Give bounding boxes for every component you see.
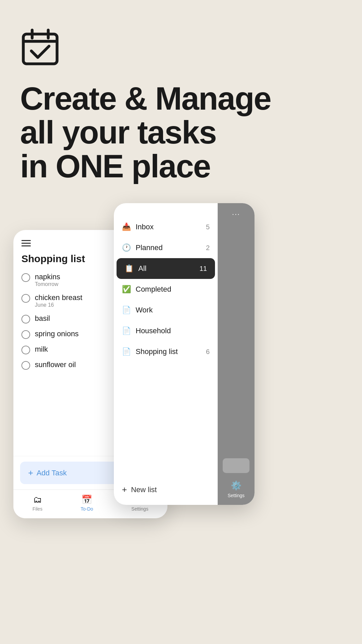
todo-icon: 📅 (81, 494, 92, 505)
sidebar-item-label: Inbox (136, 223, 154, 231)
task-name: milk (35, 345, 48, 354)
shopping-icon: 📄 (122, 347, 131, 356)
add-task-label: Add Task (37, 469, 67, 477)
planned-count: 2 (206, 244, 210, 252)
settings-label: Settings (228, 493, 245, 498)
plus-icon: + (28, 468, 33, 478)
work-icon: 📄 (122, 306, 131, 314)
sidebar-item-work[interactable]: 📄 Work (114, 300, 218, 320)
task-name: basil (35, 314, 50, 323)
task-name: sunflower oil (35, 360, 76, 369)
sidebar-settings: ⚙️ Settings (223, 458, 249, 498)
task-checkbox[interactable] (21, 273, 30, 282)
task-checkbox[interactable] (21, 315, 30, 324)
sidebar-item-label: All (138, 264, 146, 273)
nav-files[interactable]: 🗂 Files (32, 494, 43, 512)
completed-icon: ✅ (122, 285, 131, 294)
household-icon: 📄 (122, 327, 131, 335)
all-icon: 📋 (125, 264, 134, 273)
sidebar-item-inbox[interactable]: 📥 Inbox 5 (114, 217, 218, 237)
nav-todo-label: To-Do (81, 506, 93, 512)
task-checkbox[interactable] (21, 361, 30, 370)
sidebar-item-label: Planned (136, 243, 163, 252)
sidebar-panel: 📥 Inbox 5 🕐 Planned 2 📋 All 11 (114, 203, 218, 505)
inbox-icon: 📥 (122, 223, 131, 231)
shopping-count: 6 (206, 348, 210, 356)
sidebar-item-label: Completed (136, 285, 171, 294)
inbox-count: 5 (206, 223, 210, 231)
planned-icon: 🕐 (122, 243, 131, 252)
sidebar-item-shopping[interactable]: 📄 Shopping list 6 (114, 341, 218, 362)
sidebar-item-label: Work (136, 306, 153, 314)
hero-section: Create & Manage all your tasks in ONE pl… (0, 0, 362, 183)
calendar-check-icon (20, 27, 60, 67)
svg-rect-0 (23, 34, 57, 64)
settings-rect (223, 458, 249, 473)
right-phone: 📥 Inbox 5 🕐 Planned 2 📋 All 11 (114, 203, 255, 505)
task-checkbox[interactable] (21, 346, 30, 354)
sidebar-item-label: Household (136, 327, 171, 335)
task-checkbox[interactable] (21, 330, 30, 339)
all-count: 11 (200, 265, 207, 273)
task-checkbox[interactable] (21, 294, 30, 303)
new-list-label: New list (131, 485, 157, 494)
sidebar-item-label: Shopping list (136, 347, 178, 356)
nav-settings-label: Settings (131, 506, 148, 512)
task-name: napkins (35, 273, 60, 281)
sidebar-item-completed[interactable]: ✅ Completed (114, 279, 218, 300)
sidebar-item-planned[interactable]: 🕐 Planned 2 (114, 237, 218, 258)
phones-area: Shopping list napkins Tomorrow chicken b… (0, 203, 362, 572)
task-date: June 16 (35, 302, 82, 308)
settings-gear-icon[interactable]: ⚙️ (231, 480, 241, 491)
more-options-icon[interactable]: ··· (232, 210, 240, 219)
sidebar-item-household[interactable]: 📄 Household (114, 320, 218, 341)
hero-title: Create & Manage all your tasks in ONE pl… (20, 82, 342, 183)
task-name: spring onions (35, 330, 79, 338)
task-date: Tomorrow (35, 281, 60, 287)
new-list-button[interactable]: + New list (114, 478, 218, 502)
new-list-plus-icon: + (122, 484, 127, 495)
sidebar-item-all[interactable]: 📋 All 11 (117, 258, 215, 279)
sidebar-right-panel: ··· ⚙️ Settings (218, 203, 255, 505)
task-name: chicken breast (35, 293, 82, 302)
nav-files-label: Files (32, 506, 43, 512)
files-icon: 🗂 (33, 494, 42, 505)
nav-todo[interactable]: 📅 To-Do (81, 494, 93, 512)
